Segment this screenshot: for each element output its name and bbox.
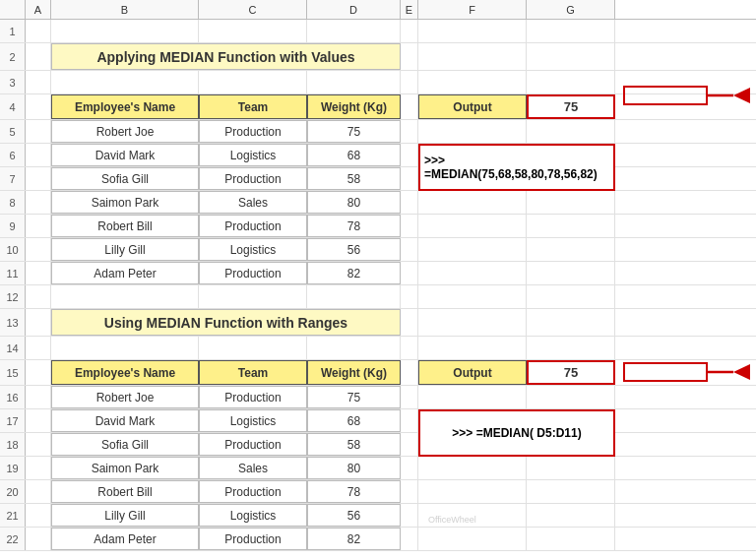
cell-f8 <box>418 191 527 214</box>
cell-d7: 58 <box>307 167 401 190</box>
cell-c15-header: Team <box>199 360 307 385</box>
cell-e14 <box>401 337 418 359</box>
corner-cell <box>0 0 26 19</box>
row-2: 2 Applying MEDIAN Function with Values <box>0 43 756 71</box>
row-num-3: 3 <box>0 71 26 93</box>
cell-d8: 80 <box>307 191 401 214</box>
cell-c7: Production <box>199 167 307 190</box>
cell-a3 <box>26 71 51 93</box>
cell-f9 <box>418 215 527 237</box>
cell-f19 <box>418 457 527 479</box>
cell-d5: 75 <box>307 120 401 143</box>
row-num-11: 11 <box>0 262 26 284</box>
cell-d3 <box>307 71 401 93</box>
cell-a16 <box>26 386 51 408</box>
cell-e20 <box>401 480 418 503</box>
cell-c5: Production <box>199 120 307 143</box>
cell-b17: David Mark <box>51 409 199 432</box>
cell-f20 <box>418 480 527 503</box>
cell-c4-header: Team <box>199 94 307 119</box>
cell-c21: Logistics <box>199 504 307 527</box>
row-9: 9 Robert Bill Production 78 <box>0 215 756 238</box>
row-7: 7 Sofia Gill Production 58 <box>0 167 756 191</box>
row-17: 17 David Mark Logistics 68 >>> =MEDIAN( … <box>0 409 756 433</box>
col-header-f: F <box>418 0 527 19</box>
row-num-19: 19 <box>0 457 26 479</box>
cell-c17: Logistics <box>199 409 307 432</box>
row-22: 22 Adam Peter Production 82 <box>0 528 756 551</box>
cell-b20: Robert Bill <box>51 480 199 503</box>
cell-d22: 82 <box>307 528 401 550</box>
cell-a2 <box>26 43 51 70</box>
cell-a7 <box>26 167 51 190</box>
row-num-7: 7 <box>0 167 26 190</box>
cell-a5 <box>26 120 51 143</box>
row-num-8: 8 <box>0 191 26 214</box>
row-num-20: 20 <box>0 480 26 503</box>
cell-g14 <box>527 337 615 359</box>
cell-a9 <box>26 215 51 237</box>
cell-f14 <box>418 337 527 359</box>
cell-e1 <box>401 20 418 42</box>
row-num-15: 15 <box>0 360 26 385</box>
cell-e4 <box>401 94 418 119</box>
cell-g19 <box>527 457 615 479</box>
row-19: 19 Saimon Park Sales 80 <box>0 457 756 480</box>
cell-f2 <box>418 43 527 70</box>
cell-d20: 78 <box>307 480 401 503</box>
cell-g3 <box>527 71 615 93</box>
row-10: 10 Lilly Gill Logistics 56 <box>0 238 756 262</box>
row-num-5: 5 <box>0 120 26 143</box>
row-6: 6 David Mark Logistics 68 >>> =MEDIAN(75… <box>0 144 756 167</box>
cell-g22 <box>527 528 615 550</box>
cell-e21 <box>401 504 418 527</box>
cell-c14 <box>199 337 307 359</box>
cell-b19: Saimon Park <box>51 457 199 479</box>
cell-d17: 68 <box>307 409 401 432</box>
cell-b7: Sofia Gill <box>51 167 199 190</box>
row-num-2: 2 <box>0 43 26 70</box>
cell-d14 <box>307 337 401 359</box>
row-num-17: 17 <box>0 409 26 432</box>
col-header-b: B <box>51 0 199 19</box>
row-3: 3 <box>0 71 756 94</box>
cell-d1 <box>307 20 401 42</box>
row-1: 1 <box>0 20 756 43</box>
cell-b5: Robert Joe <box>51 120 199 143</box>
cell-f13 <box>418 309 527 336</box>
cell-b21: Lilly Gill <box>51 504 199 527</box>
cell-e5 <box>401 120 418 143</box>
cell-e18 <box>401 433 418 456</box>
cell-a21 <box>26 504 51 527</box>
cell-d15-header: Weight (Kg) <box>307 360 401 385</box>
cell-b15-header: Employee's Name <box>51 360 199 385</box>
cell-g13 <box>527 309 615 336</box>
formula-box-1: >>> =MEDIAN(75,68,58,80,78,56,82) <box>418 144 615 191</box>
row-num-1: 1 <box>0 20 26 42</box>
cell-e11 <box>401 262 418 284</box>
cell-b6: David Mark <box>51 144 199 166</box>
cell-d4-header: Weight (Kg) <box>307 94 401 119</box>
cell-g21 <box>527 504 615 527</box>
row-20: 20 Robert Bill Production 78 <box>0 480 756 504</box>
cell-g2 <box>527 43 615 70</box>
col-header-c: C <box>199 0 307 19</box>
cell-g12 <box>527 285 615 308</box>
row-num-18: 18 <box>0 433 26 456</box>
cell-d11: 82 <box>307 262 401 284</box>
cell-b22: Adam Peter <box>51 528 199 550</box>
cell-e22 <box>401 528 418 550</box>
row-4: 4 Employee's Name Team Weight (Kg) Outpu… <box>0 94 756 120</box>
cell-e3 <box>401 71 418 93</box>
cell-g16 <box>527 386 615 408</box>
col-header-e: E <box>401 0 418 19</box>
cell-e19 <box>401 457 418 479</box>
cell-a11 <box>26 262 51 284</box>
cell-f3 <box>418 71 527 93</box>
row-num-4: 4 <box>0 94 26 119</box>
row-num-21: 21 <box>0 504 26 527</box>
cell-c11: Production <box>199 262 307 284</box>
cell-b1 <box>51 20 199 42</box>
row-11: 11 Adam Peter Production 82 <box>0 262 756 285</box>
cell-d18: 58 <box>307 433 401 456</box>
